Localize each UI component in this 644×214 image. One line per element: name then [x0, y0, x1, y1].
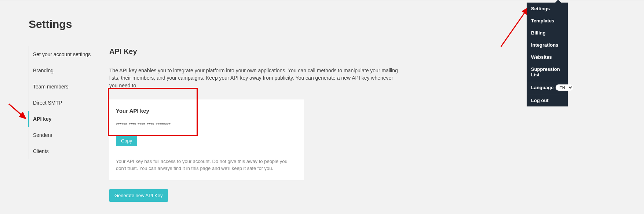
- dropdown-item-label: Integrations: [531, 42, 558, 48]
- dropdown-item-language[interactable]: Language EN: [527, 81, 568, 94]
- settings-sidebar: Set your account settings Branding Team …: [29, 46, 102, 159]
- dropdown-item-label: Websites: [531, 54, 552, 60]
- sidebar-item-label: Team members: [33, 84, 68, 90]
- sidebar-item-label: Set your account settings: [33, 51, 91, 57]
- sidebar-item-team-members[interactable]: Team members: [29, 79, 102, 95]
- dropdown-item-suppression-list[interactable]: Suppression List: [527, 63, 568, 81]
- sidebar-item-direct-smtp[interactable]: Direct SMTP: [29, 95, 102, 111]
- dropdown-language-label: Language: [531, 85, 553, 90]
- sidebar-item-senders[interactable]: Senders: [29, 127, 102, 143]
- dropdown-item-label: Log out: [531, 98, 549, 103]
- dropdown-item-label: Suppression List: [531, 66, 563, 77]
- section-description: The API key enables you to integrate you…: [109, 67, 399, 89]
- language-select[interactable]: EN: [556, 84, 573, 91]
- dropdown-item-label: Templates: [531, 18, 554, 23]
- sidebar-item-label: API key: [33, 116, 52, 122]
- sidebar-item-account-settings[interactable]: Set your account settings: [29, 46, 102, 62]
- sidebar-item-api-key[interactable]: API key: [28, 111, 102, 127]
- annotation-arrow-sidebar: [7, 102, 29, 124]
- dropdown-item-label: Settings: [531, 6, 550, 11]
- dropdown-item-billing[interactable]: Billing: [527, 27, 568, 39]
- account-dropdown: Settings Templates Billing Integrations …: [527, 3, 568, 106]
- api-key-note: Your API key has full access to your acc…: [109, 153, 304, 180]
- generate-api-key-button[interactable]: Generate new API Key: [109, 189, 168, 202]
- section-title: API Key: [109, 47, 439, 56]
- dropdown-item-integrations[interactable]: Integrations: [527, 39, 568, 51]
- sidebar-item-label: Senders: [33, 132, 52, 138]
- sidebar-item-label: Branding: [33, 68, 54, 73]
- dropdown-item-settings[interactable]: Settings: [527, 3, 568, 15]
- copy-button[interactable]: Copy: [116, 135, 137, 146]
- dropdown-item-label: Billing: [531, 30, 546, 36]
- dropdown-item-templates[interactable]: Templates: [527, 15, 568, 27]
- sidebar-item-branding[interactable]: Branding: [29, 62, 102, 79]
- api-key-card: Your API key ******-****-****-****-*****…: [109, 99, 304, 180]
- svg-line-0: [9, 104, 26, 119]
- api-key-label: Your API key: [116, 108, 297, 114]
- sidebar-item-label: Clients: [33, 148, 49, 154]
- svg-line-1: [501, 8, 528, 47]
- api-key-value: ******-****-****-****-********: [116, 122, 297, 127]
- sidebar-item-clients[interactable]: Clients: [29, 143, 102, 159]
- page-title: Settings: [29, 18, 72, 30]
- main-content: API Key The API key enables you to integ…: [109, 47, 439, 202]
- dropdown-item-logout[interactable]: Log out: [527, 94, 568, 106]
- dropdown-item-websites[interactable]: Websites: [527, 51, 568, 63]
- sidebar-item-label: Direct SMTP: [33, 100, 62, 106]
